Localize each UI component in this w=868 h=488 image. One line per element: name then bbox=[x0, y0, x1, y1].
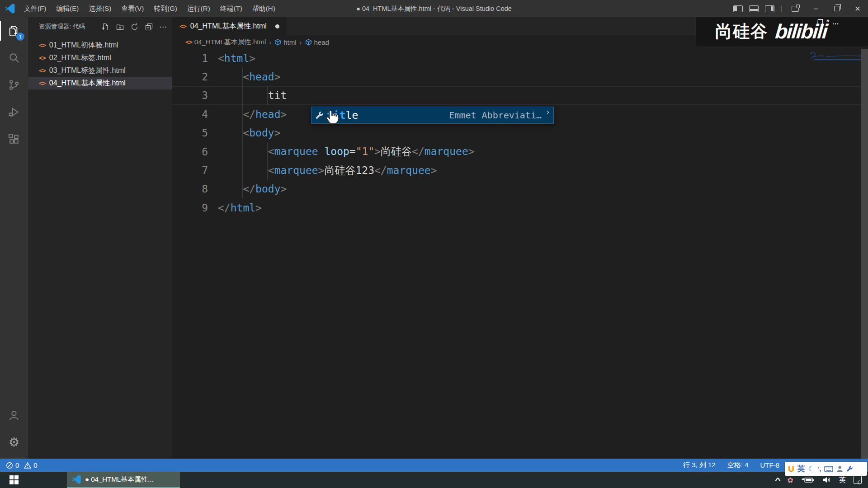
breadcrumb-item[interactable]: <>04_HTML基本属性.html bbox=[185, 38, 266, 47]
code-line[interactable]: 6 <marquee loop="1">尚硅谷</marquee> bbox=[172, 142, 868, 161]
encoding-status[interactable]: UTF-8 bbox=[760, 461, 780, 469]
search-icon[interactable] bbox=[0, 44, 28, 71]
sogou-logo-icon[interactable]: U bbox=[788, 464, 794, 474]
minimize-button[interactable]: – bbox=[806, 0, 826, 17]
toggle-sidebar-icon[interactable] bbox=[733, 5, 743, 12]
code-editor[interactable]: 1<html>2 <head>3 tit4 </head>5 <body>6 <… bbox=[172, 49, 868, 459]
speaker-icon[interactable] bbox=[822, 476, 831, 483]
code-line[interactable]: 2 <head> bbox=[172, 67, 868, 86]
modified-dot-icon[interactable] bbox=[275, 24, 279, 28]
toggle-panel-icon[interactable] bbox=[749, 5, 759, 12]
source-control-icon[interactable] bbox=[0, 71, 28, 99]
file-list-item[interactable]: <>02_HTML标签.html bbox=[28, 52, 172, 64]
windows-taskbar: ● 04_HTML基本属性... ^ ✿ 英 ☾ bbox=[0, 472, 868, 488]
file-name: 02_HTML标签.html bbox=[49, 53, 111, 63]
html-file-icon: <> bbox=[39, 67, 46, 74]
line-number: 1 bbox=[172, 52, 208, 64]
menu-item[interactable]: 转到(G) bbox=[149, 0, 182, 17]
code-line[interactable]: 9</html> bbox=[172, 198, 868, 217]
html-file-icon: <> bbox=[179, 23, 186, 30]
warning-count: 0 bbox=[33, 461, 37, 469]
code-line[interactable]: 3 tit bbox=[172, 86, 868, 105]
battery-icon[interactable] bbox=[801, 477, 815, 483]
tab-label: 04_HTML基本属性.html bbox=[190, 22, 267, 31]
ime-account-icon[interactable] bbox=[836, 465, 843, 472]
settings-gear-icon[interactable]: ⚙ bbox=[0, 429, 28, 456]
menu-item[interactable]: 文件(F) bbox=[19, 0, 51, 17]
ime-punctuation-toggle[interactable]: ’, bbox=[818, 465, 821, 472]
line-content: </head> bbox=[208, 108, 287, 120]
menu-item[interactable]: 查看(V) bbox=[116, 0, 149, 17]
ime-language-toggle[interactable]: 英 bbox=[797, 464, 805, 474]
explorer-icon[interactable]: 1 bbox=[0, 17, 28, 44]
tray-app-icon[interactable]: ✿ bbox=[788, 476, 793, 484]
controls-separator: | bbox=[780, 5, 782, 12]
indentation-status[interactable]: 空格: 4 bbox=[727, 461, 749, 469]
menu-bar: 文件(F)编辑(E)选择(S)查看(V)转到(G)运行(R)终端(T)帮助(H) bbox=[19, 0, 280, 17]
ime-moon-icon[interactable]: ☾ bbox=[808, 465, 815, 473]
refresh-icon[interactable] bbox=[130, 23, 139, 31]
line-content: <head> bbox=[208, 71, 281, 83]
bilibili-logo: bilibili ❐ ” … bbox=[774, 20, 828, 43]
menu-item[interactable]: 选择(S) bbox=[84, 0, 116, 17]
bilibili-logo-deco: ❐ ” … bbox=[817, 18, 840, 26]
blue-scribble-watermark bbox=[807, 49, 866, 64]
account-icon[interactable] bbox=[0, 402, 28, 429]
code-line[interactable]: 7 <marquee>尚硅谷123</marquee> bbox=[172, 161, 868, 179]
file-list-item[interactable]: <>03_HTML标签属性.html bbox=[28, 64, 172, 77]
code-line[interactable]: 1<html> bbox=[172, 49, 868, 67]
restore-button[interactable] bbox=[826, 0, 847, 17]
explorer-header: 资源管理器: 代码 ⋯ bbox=[28, 17, 172, 36]
extensions-icon[interactable] bbox=[0, 126, 28, 153]
customize-layout-button[interactable] bbox=[785, 0, 806, 17]
more-actions-icon[interactable]: ⋯ bbox=[159, 22, 167, 32]
collapse-folders-icon[interactable] bbox=[145, 23, 153, 31]
menu-item[interactable]: 编辑(E) bbox=[51, 0, 84, 17]
video-watermark: 尚硅谷 bilibili ❐ ” … bbox=[696, 17, 868, 46]
taskbar-vscode-item[interactable]: ● 04_HTML基本属性... bbox=[67, 472, 180, 488]
breadcrumb-item[interactable]: html bbox=[274, 38, 296, 46]
file-list: <>01_HTML初体验.html<>02_HTML标签.html<>03_HT… bbox=[28, 39, 172, 89]
menu-item[interactable]: 帮助(H) bbox=[247, 0, 280, 17]
line-content: </body> bbox=[208, 183, 287, 195]
vscode-logo-icon bbox=[5, 3, 15, 14]
menu-item[interactable]: 运行(R) bbox=[182, 0, 215, 17]
title-bar: 文件(F)编辑(E)选择(S)查看(V)转到(G)运行(R)终端(T)帮助(H)… bbox=[0, 0, 868, 17]
action-center-icon[interactable]: ☾ bbox=[854, 476, 862, 484]
problems-status[interactable]: 0 0 bbox=[6, 461, 38, 469]
ime-keyboard-icon[interactable] bbox=[824, 466, 833, 472]
close-button[interactable]: ✕ bbox=[847, 0, 868, 17]
file-name: 04_HTML基本属性.html bbox=[49, 79, 126, 88]
line-number: 9 bbox=[172, 202, 208, 214]
hidden-icons-chevron[interactable]: ^ bbox=[775, 476, 780, 484]
menu-item[interactable]: 终端(T) bbox=[215, 0, 247, 17]
windows-logo-icon bbox=[9, 475, 19, 484]
error-count: 0 bbox=[15, 461, 19, 469]
status-bar: 0 0 行 3, 列 12 空格: 4 UTF-8 bbox=[0, 459, 868, 472]
html-file-icon: <> bbox=[39, 80, 46, 87]
tab-active[interactable]: <> 04_HTML基本属性.html bbox=[172, 17, 287, 35]
line-number: 4 bbox=[172, 108, 208, 120]
start-button[interactable] bbox=[0, 472, 28, 488]
cursor-position-status[interactable]: 行 3, 列 12 bbox=[683, 461, 716, 469]
editor-group: <> 04_HTML基本属性.html <>04_HTML基本属性.html›h… bbox=[172, 17, 868, 459]
code-line[interactable]: 5 <body> bbox=[172, 124, 868, 142]
breadcrumb-label: html bbox=[283, 38, 296, 46]
ime-wrench-icon[interactable] bbox=[846, 465, 853, 472]
file-list-item[interactable]: <>04_HTML基本属性.html bbox=[28, 77, 172, 89]
file-list-item[interactable]: <>01_HTML初体验.html bbox=[28, 39, 172, 52]
new-file-icon[interactable] bbox=[101, 23, 110, 31]
system-tray: ^ ✿ 英 ☾ bbox=[776, 476, 868, 484]
suggest-widget[interactable]: title Emmet Abbreviati… › bbox=[311, 107, 554, 124]
main-area: 1 ⚙ bbox=[0, 17, 868, 459]
vscode-window: 文件(F)编辑(E)选择(S)查看(V)转到(G)运行(R)终端(T)帮助(H)… bbox=[0, 0, 868, 488]
suggest-more-chevron-icon[interactable]: › bbox=[546, 108, 550, 117]
new-folder-icon[interactable] bbox=[116, 23, 124, 31]
run-debug-icon[interactable] bbox=[0, 99, 28, 126]
tray-language-indicator[interactable]: 英 bbox=[839, 476, 846, 484]
breadcrumb-item[interactable]: head bbox=[305, 38, 329, 46]
toggle-secondary-sidebar-icon[interactable] bbox=[765, 5, 774, 12]
line-number: 7 bbox=[172, 164, 208, 176]
code-line[interactable]: 8 </body> bbox=[172, 180, 868, 198]
sogou-ime-bar[interactable]: U 英 ☾ ’, bbox=[785, 462, 867, 476]
